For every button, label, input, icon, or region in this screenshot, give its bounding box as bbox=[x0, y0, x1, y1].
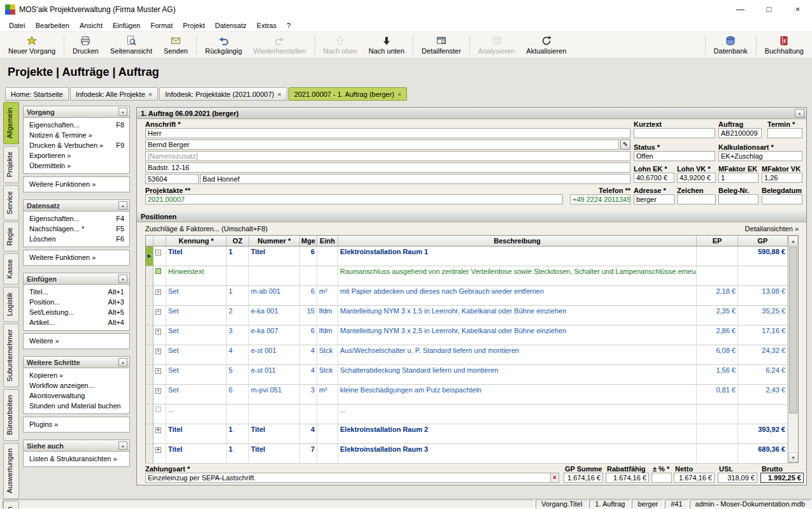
cell-ep[interactable] bbox=[697, 424, 738, 444]
cell-beschreibung[interactable]: Elektroinstallation Raum 3 bbox=[338, 444, 697, 464]
anrede-field[interactable]: Herr bbox=[145, 128, 630, 138]
cell-beschreibung[interactable]: Aus/Wechselschalter u. P. Standard liefe… bbox=[338, 345, 697, 365]
module-tab[interactable]: Subunternehmer bbox=[3, 324, 19, 387]
tab-close-icon[interactable]: × bbox=[148, 90, 152, 98]
cell-kennung[interactable]: Titel bbox=[166, 247, 227, 266]
cell-kennung[interactable]: Hinweistext bbox=[166, 266, 227, 286]
cell-kennung[interactable]: Set bbox=[166, 326, 227, 345]
row-expand-cell[interactable] bbox=[153, 247, 166, 266]
cell-nummer[interactable]: m-ab 001 bbox=[249, 286, 300, 306]
cell-beschreibung[interactable]: mit Papier abdecken und dieses nach Gebr… bbox=[338, 286, 697, 306]
cell-gp[interactable]: 24,32 € bbox=[738, 345, 788, 365]
section-header-vorgang[interactable]: Vorgang ▲ bbox=[23, 106, 130, 118]
cell-ep[interactable]: 0,81 € bbox=[697, 385, 738, 405]
sidebar-item[interactable]: Weitere Funktionen » bbox=[24, 252, 129, 262]
table-row[interactable]: ▶ Titel 1 Titel 6 Elektroinstallation Ra… bbox=[146, 247, 788, 266]
table-row[interactable]: Hinweistext Raumanschluss ausgehend von … bbox=[146, 266, 788, 286]
expand-collapse-icon[interactable] bbox=[155, 368, 161, 374]
cell-mge[interactable]: 7 bbox=[300, 444, 317, 464]
header-einh[interactable]: Einh bbox=[317, 236, 338, 247]
kalkulationsart-field[interactable]: EK+Zuschlag bbox=[718, 151, 802, 161]
menu-item[interactable]: Format bbox=[145, 20, 178, 31]
cell-einh[interactable] bbox=[317, 247, 338, 266]
adresse-field[interactable]: berger bbox=[634, 194, 674, 204]
print-button[interactable]: Drucken bbox=[67, 32, 104, 58]
sidebar-item[interactable]: Listen & Strukturansichten » bbox=[24, 454, 129, 464]
table-row[interactable]: Set 4 e-st 001 4 Stck Aus/Wechselschalte… bbox=[146, 345, 788, 365]
expand-collapse-icon[interactable] bbox=[155, 406, 161, 412]
section-header-siehe-auch[interactable]: Siehe auch ▲ bbox=[23, 440, 130, 452]
section-header-datensatz[interactable]: Datensatz ▲ bbox=[23, 199, 130, 211]
page-preview-button[interactable]: Seitenansicht bbox=[104, 32, 158, 58]
close-icon[interactable]: × bbox=[783, 0, 812, 19]
module-tab[interactable]: Service bbox=[3, 185, 19, 220]
cell-mge[interactable] bbox=[300, 405, 317, 424]
sidebar-item[interactable]: Titel... Alt+1 bbox=[24, 287, 129, 297]
table-row[interactable]: Titel 1 Titel 4 Elektroinstallation Raum… bbox=[146, 424, 788, 444]
cell-beschreibung[interactable]: ... bbox=[338, 405, 697, 424]
cell-oz[interactable]: 1 bbox=[227, 247, 249, 266]
cell-mge[interactable]: 6 bbox=[300, 247, 317, 266]
row-selector-cell[interactable] bbox=[146, 424, 153, 444]
row-selector-cell[interactable] bbox=[146, 365, 153, 385]
row-selector-cell[interactable] bbox=[146, 345, 153, 365]
cell-oz[interactable]: 1 bbox=[227, 286, 249, 306]
sidebar-item[interactable]: Nachschlagen... * F5 bbox=[24, 224, 129, 234]
row-selector-cell[interactable] bbox=[146, 306, 153, 326]
cell-einh[interactable]: m² bbox=[317, 385, 338, 405]
cell-oz[interactable]: 2 bbox=[227, 306, 249, 326]
table-row[interactable]: Set 6 m-pvi 051 3 m² kleine Beschädigung… bbox=[146, 385, 788, 405]
cell-ep[interactable]: 2,86 € bbox=[697, 326, 738, 345]
cell-nummer[interactable]: Titel bbox=[249, 444, 300, 464]
sidebar-item[interactable]: Workflow anzeigen... bbox=[24, 380, 129, 391]
sidebar-item[interactable]: Exportieren » bbox=[24, 150, 129, 161]
strasse-field[interactable]: Badstr. 12-16 bbox=[145, 162, 630, 173]
cell-ep[interactable]: 1,56 € bbox=[697, 365, 738, 385]
zeichen-field[interactable] bbox=[677, 194, 716, 204]
row-expand-cell[interactable] bbox=[153, 365, 166, 385]
row-selector-cell[interactable] bbox=[146, 326, 153, 345]
ust-field[interactable]: 318,09 € bbox=[718, 473, 757, 483]
cell-beschreibung[interactable]: Elektroinstallation Raum 2 bbox=[338, 424, 697, 444]
kurztext-field[interactable] bbox=[634, 128, 715, 138]
expand-collapse-icon[interactable] bbox=[155, 250, 161, 255]
cell-kennung[interactable]: Titel bbox=[166, 424, 227, 444]
expand-collapse-icon[interactable] bbox=[155, 348, 161, 354]
mfaktor-vk-field[interactable]: 1,26 bbox=[762, 173, 802, 183]
cell-einh[interactable] bbox=[317, 405, 338, 424]
module-tab[interactable]: Logistik bbox=[3, 287, 19, 322]
module-tab[interactable]: Allgemein bbox=[3, 102, 19, 144]
expand-collapse-icon[interactable] bbox=[155, 329, 161, 334]
expand-collapse-icon[interactable] bbox=[155, 289, 161, 295]
cell-kennung[interactable]: Titel bbox=[166, 444, 227, 464]
name-field[interactable]: Bernd Berger bbox=[145, 140, 619, 150]
module-tab[interactable]: Regie bbox=[3, 222, 19, 252]
cell-gp[interactable]: 17,16 € bbox=[738, 326, 788, 345]
row-expand-cell[interactable] bbox=[153, 424, 166, 444]
cell-beschreibung[interactable]: Schalterabdeckung Standard liefern und m… bbox=[338, 365, 697, 385]
header-mge[interactable]: Mge bbox=[300, 236, 317, 247]
cell-kennung[interactable]: ... bbox=[166, 405, 227, 424]
status-field[interactable]: Offen bbox=[634, 151, 715, 161]
row-expand-cell[interactable] bbox=[153, 266, 166, 286]
cell-mge[interactable]: 3 bbox=[300, 385, 317, 405]
zuschlaege-faktoren-link[interactable]: Zuschläge & Faktoren... (Umschalt+F8) bbox=[145, 225, 267, 233]
expand-collapse-icon[interactable] bbox=[155, 447, 161, 453]
menu-item[interactable]: Einfügen bbox=[108, 20, 145, 31]
cell-oz[interactable]: 1 bbox=[227, 424, 249, 444]
cell-oz[interactable]: 4 bbox=[227, 345, 249, 365]
undo-button[interactable]: Rückgängig bbox=[199, 32, 248, 58]
row-expand-cell[interactable] bbox=[153, 286, 166, 306]
cell-ep[interactable] bbox=[697, 405, 738, 424]
sidebar-item[interactable]: Drucken & Verbuchen » F9 bbox=[24, 140, 129, 150]
table-row[interactable]: Set 5 e-st 011 4 Stck Schalterabdeckung … bbox=[146, 365, 788, 385]
cell-kennung[interactable]: Set bbox=[166, 365, 227, 385]
move-down-button[interactable]: Nach unten bbox=[363, 32, 410, 58]
cell-gp[interactable]: 6,24 € bbox=[738, 365, 788, 385]
menu-item[interactable]: Datei bbox=[4, 20, 31, 31]
sidebar-item[interactable]: Artikel... Alt+4 bbox=[24, 317, 129, 327]
row-expand-cell[interactable] bbox=[153, 345, 166, 365]
sidebar-item[interactable]: Kopieren » bbox=[24, 370, 129, 380]
cell-mge[interactable]: 15 bbox=[300, 306, 317, 326]
menu-item[interactable]: Bearbeiten bbox=[31, 20, 75, 31]
